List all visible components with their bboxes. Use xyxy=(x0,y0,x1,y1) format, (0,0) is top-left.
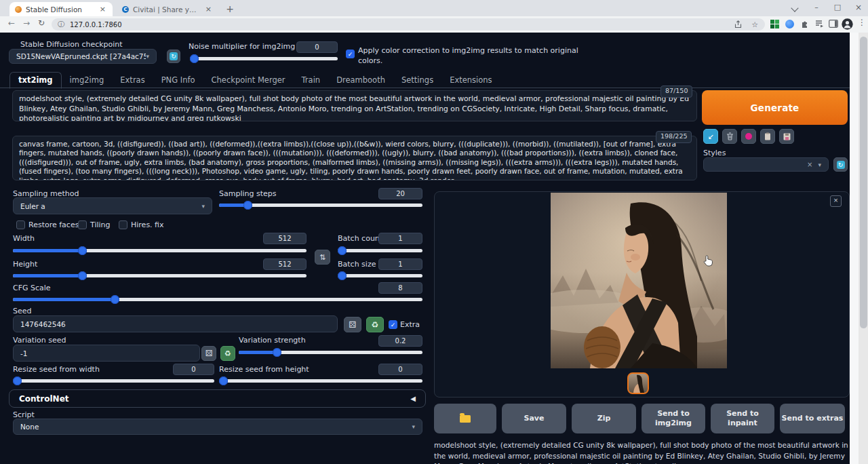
clear-prompt-button[interactable] xyxy=(722,129,737,144)
address-bar[interactable]: ⓘ 127.0.0.1:7860 ☆ xyxy=(52,18,765,31)
checkpoint-select[interactable]: SD15NewVAEpruned.ckpt [27a4ac756c] ▾ xyxy=(9,49,157,64)
seed-input[interactable]: 1476462546 xyxy=(13,315,338,332)
resize-seed-height-slider[interactable] xyxy=(219,376,422,385)
negative-prompt-input[interactable]: canvas frame, cartoon, 3d, ((disfigured)… xyxy=(12,136,697,180)
forward-icon[interactable]: → xyxy=(20,18,33,28)
scrollbar-thumb[interactable] xyxy=(860,37,867,328)
save-style-button[interactable] xyxy=(779,129,794,144)
main-tab-bar: txt2img img2img Extras PNG Info Checkpoi… xyxy=(9,73,500,88)
generation-info-text: modelshoot style, (extremely detailed CG… xyxy=(434,440,849,464)
tab-checkpoint-merger[interactable]: Checkpoint Merger xyxy=(203,73,294,88)
reuse-variation-seed-button[interactable]: ♻ xyxy=(220,346,235,361)
bookmark-star-icon[interactable]: ☆ xyxy=(751,20,758,29)
random-seed-button[interactable]: ⚄ xyxy=(344,317,361,332)
window-maximize-button[interactable]: □ xyxy=(832,3,843,12)
restore-faces-label: Restore faces xyxy=(28,220,79,229)
tab-img2img[interactable]: img2img xyxy=(62,73,113,88)
width-value[interactable]: 512 xyxy=(263,233,307,244)
browser-toolbar: ← → ↻ ⓘ 127.0.0.1:7860 ☆ xyxy=(0,16,868,33)
refresh-checkpoints-button[interactable]: ↻ xyxy=(167,50,180,63)
tab-search-chevron-icon[interactable] xyxy=(791,4,798,12)
batch-size-slider[interactable] xyxy=(338,271,422,280)
window-minimize-button[interactable]: – xyxy=(811,3,822,12)
sampling-method-select[interactable]: Euler a ▾ xyxy=(13,197,212,214)
variation-seed-input[interactable]: -1 xyxy=(13,345,200,362)
close-tab-icon[interactable]: × xyxy=(204,5,213,14)
width-label: Width xyxy=(13,234,35,243)
batch-size-value[interactable]: 1 xyxy=(378,258,422,270)
scrollbar-track[interactable] xyxy=(859,33,868,464)
variation-strength-value[interactable]: 0.2 xyxy=(378,335,422,347)
send-to-img2img-button[interactable]: Send to img2img xyxy=(642,404,705,433)
sampling-steps-value[interactable]: 20 xyxy=(378,188,422,199)
send-to-inpaint-button[interactable]: Send to inpaint xyxy=(711,404,774,433)
close-gallery-icon[interactable]: × xyxy=(830,195,842,207)
height-label: Height xyxy=(13,260,37,269)
refresh-styles-button[interactable]: ↻ xyxy=(833,157,848,172)
styles-select[interactable]: × ▾ xyxy=(703,157,829,172)
height-slider[interactable] xyxy=(13,271,307,280)
new-tab-button[interactable]: + xyxy=(224,3,236,16)
hires-fix-checkbox[interactable] xyxy=(119,220,127,229)
extra-networks-button[interactable] xyxy=(741,129,756,144)
clear-styles-icon[interactable]: × xyxy=(807,161,812,168)
close-tab-icon[interactable]: × xyxy=(98,5,107,14)
side-panel-icon[interactable] xyxy=(829,20,838,28)
extra-seed-checkbox[interactable]: ✓ xyxy=(389,320,397,329)
save-button[interactable]: Save xyxy=(502,404,566,433)
zip-button[interactable]: Zip xyxy=(572,404,636,433)
tab-dreambooth[interactable]: Dreambooth xyxy=(328,73,393,88)
sampling-steps-slider[interactable] xyxy=(219,200,422,210)
extensions-puzzle-icon[interactable] xyxy=(800,20,809,28)
batch-count-slider[interactable] xyxy=(338,246,422,255)
window-close-button[interactable]: × xyxy=(853,3,864,12)
height-value[interactable]: 512 xyxy=(263,258,307,270)
swap-width-height-button[interactable]: ⇅ xyxy=(315,250,330,265)
extension-grid-icon[interactable] xyxy=(770,20,779,28)
browser-tab-civitai[interactable]: C Civitai | Share your models × xyxy=(117,2,218,16)
random-variation-seed-button[interactable]: ⚄ xyxy=(201,346,216,361)
resize-seed-height-value[interactable]: 0 xyxy=(378,364,422,375)
variation-strength-slider[interactable] xyxy=(239,347,422,357)
dice-icon: ⚄ xyxy=(349,320,356,330)
reload-icon[interactable]: ↻ xyxy=(35,18,47,28)
open-folder-button[interactable] xyxy=(434,404,496,433)
gallery-thumbnail[interactable] xyxy=(627,372,649,394)
browser-menu-kebab-icon[interactable]: ⋮ xyxy=(858,18,866,27)
browser-tab-stable-diffusion[interactable]: Stable Diffusion × xyxy=(9,2,113,16)
send-to-extras-button[interactable]: Send to extras xyxy=(780,404,845,433)
reuse-seed-button[interactable]: ♻ xyxy=(366,317,384,332)
controlnet-accordion[interactable]: ControlNet ◀ xyxy=(9,389,426,408)
tiling-checkbox[interactable] xyxy=(78,220,87,229)
noise-multiplier-value[interactable]: 0 xyxy=(296,41,338,53)
tab-settings[interactable]: Settings xyxy=(393,73,441,88)
resize-seed-width-value[interactable]: 0 xyxy=(173,364,214,375)
width-slider[interactable] xyxy=(13,246,307,255)
back-icon[interactable]: ← xyxy=(5,18,18,28)
tab-train[interactable]: Train xyxy=(294,73,329,88)
tab-extensions[interactable]: Extensions xyxy=(441,73,500,88)
apply-style-button[interactable] xyxy=(760,129,775,144)
tab-png-info[interactable]: PNG Info xyxy=(153,73,203,88)
paste-generation-params-button[interactable]: ↙ xyxy=(703,129,718,144)
tab-extras[interactable]: Extras xyxy=(112,73,153,88)
script-select[interactable]: None ▾ xyxy=(13,419,422,435)
share-icon[interactable] xyxy=(734,20,742,28)
cfg-scale-slider[interactable] xyxy=(13,294,422,304)
generate-button[interactable]: Generate xyxy=(702,90,848,125)
extension-blue-dot-icon[interactable] xyxy=(785,20,794,28)
chevron-down-icon: ▾ xyxy=(201,203,205,210)
generated-image[interactable] xyxy=(551,193,727,368)
tab-txt2img[interactable]: txt2img xyxy=(9,72,62,89)
profile-avatar[interactable] xyxy=(842,18,853,30)
site-info-icon[interactable]: ⓘ xyxy=(58,20,64,29)
color-correction-checkbox[interactable]: ✓ xyxy=(346,50,355,58)
reading-list-icon[interactable] xyxy=(815,20,824,28)
resize-seed-width-slider[interactable] xyxy=(13,376,214,385)
recycle-icon: ♻ xyxy=(372,320,379,330)
restore-faces-checkbox[interactable] xyxy=(16,220,25,229)
cfg-scale-value[interactable]: 8 xyxy=(378,282,422,294)
batch-count-value[interactable]: 1 xyxy=(378,233,422,244)
prompt-input[interactable]: modelshoot style, (extremely detailed CG… xyxy=(12,90,697,121)
noise-multiplier-slider[interactable] xyxy=(190,54,338,63)
